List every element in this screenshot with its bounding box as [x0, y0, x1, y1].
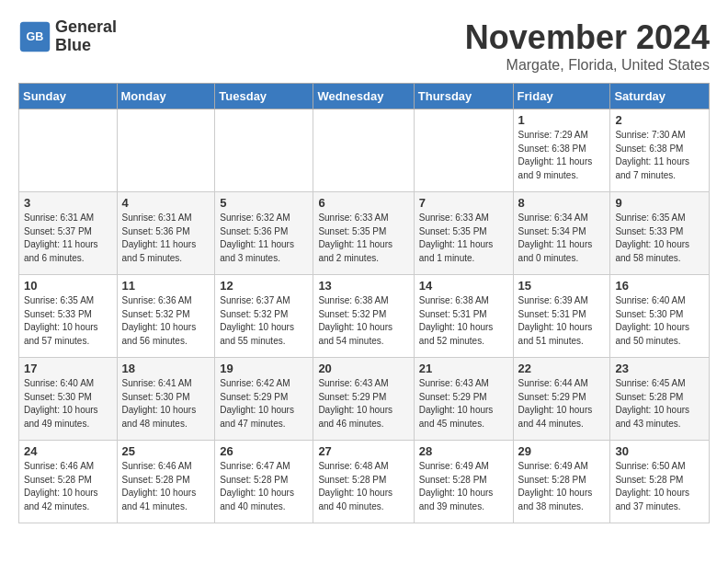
- calendar-day-cell: 29Sunrise: 6:49 AM Sunset: 5:28 PM Dayli…: [513, 441, 610, 523]
- day-number: 30: [615, 444, 704, 458]
- calendar-week-row: 24Sunrise: 6:46 AM Sunset: 5:28 PM Dayli…: [19, 441, 710, 523]
- calendar-day-cell: 23Sunrise: 6:45 AM Sunset: 5:28 PM Dayli…: [610, 358, 710, 441]
- day-info: Sunrise: 6:38 AM Sunset: 5:31 PM Dayligh…: [419, 294, 508, 348]
- calendar-day-cell: 30Sunrise: 6:50 AM Sunset: 5:28 PM Dayli…: [610, 441, 710, 523]
- day-info: Sunrise: 7:29 AM Sunset: 6:38 PM Dayligh…: [518, 129, 606, 182]
- logo: GB General Blue: [18, 18, 117, 55]
- day-info: Sunrise: 6:38 AM Sunset: 5:32 PM Dayligh…: [318, 294, 408, 348]
- day-info: Sunrise: 6:40 AM Sunset: 5:30 PM Dayligh…: [615, 294, 704, 348]
- day-number: 26: [220, 444, 308, 458]
- calendar-day-cell: 25Sunrise: 6:46 AM Sunset: 5:28 PM Dayli…: [117, 441, 215, 523]
- day-number: 25: [122, 444, 210, 458]
- calendar-week-row: 17Sunrise: 6:40 AM Sunset: 5:30 PM Dayli…: [19, 358, 710, 441]
- day-number: 29: [518, 444, 606, 458]
- day-info: Sunrise: 6:31 AM Sunset: 5:37 PM Dayligh…: [24, 212, 112, 265]
- calendar-day-cell: 3Sunrise: 6:31 AM Sunset: 5:37 PM Daylig…: [19, 192, 118, 275]
- calendar-day-cell: 8Sunrise: 6:34 AM Sunset: 5:34 PM Daylig…: [513, 192, 610, 275]
- day-number: 11: [122, 279, 210, 293]
- day-number: 13: [318, 279, 408, 293]
- day-info: Sunrise: 6:34 AM Sunset: 5:34 PM Dayligh…: [518, 212, 606, 265]
- day-info: Sunrise: 6:33 AM Sunset: 5:35 PM Dayligh…: [318, 212, 408, 265]
- calendar-day-cell: 13Sunrise: 6:38 AM Sunset: 5:32 PM Dayli…: [313, 275, 414, 358]
- day-info: Sunrise: 6:36 AM Sunset: 5:32 PM Dayligh…: [122, 294, 210, 348]
- calendar-day-cell: 4Sunrise: 6:31 AM Sunset: 5:36 PM Daylig…: [117, 192, 215, 275]
- calendar-day-cell: 15Sunrise: 6:39 AM Sunset: 5:31 PM Dayli…: [513, 275, 610, 358]
- calendar-day-cell: 20Sunrise: 6:43 AM Sunset: 5:29 PM Dayli…: [313, 358, 414, 441]
- calendar-week-row: 10Sunrise: 6:35 AM Sunset: 5:33 PM Dayli…: [19, 275, 710, 358]
- day-number: 6: [318, 196, 408, 210]
- header: GB General Blue November 2024 Margate, F…: [18, 18, 710, 74]
- day-info: Sunrise: 6:50 AM Sunset: 5:28 PM Dayligh…: [615, 460, 704, 513]
- calendar-header-row: SundayMondayTuesdayWednesdayThursdayFrid…: [19, 84, 710, 109]
- logo-icon: GB: [18, 20, 51, 53]
- day-number: 1: [518, 113, 606, 127]
- day-number: 28: [419, 444, 508, 458]
- day-number: 5: [220, 196, 308, 210]
- calendar-week-row: 1Sunrise: 7:29 AM Sunset: 6:38 PM Daylig…: [19, 109, 710, 192]
- day-number: 17: [24, 362, 112, 375]
- day-number: 22: [518, 362, 606, 375]
- calendar-header-cell: Thursday: [414, 84, 513, 109]
- day-info: Sunrise: 6:44 AM Sunset: 5:29 PM Dayligh…: [518, 377, 606, 431]
- month-title: November 2024: [465, 18, 710, 57]
- calendar-day-cell: 10Sunrise: 6:35 AM Sunset: 5:33 PM Dayli…: [19, 275, 118, 358]
- calendar-day-cell: 7Sunrise: 6:33 AM Sunset: 5:35 PM Daylig…: [414, 192, 513, 275]
- calendar-header-cell: Sunday: [19, 84, 118, 109]
- calendar-day-cell: 18Sunrise: 6:41 AM Sunset: 5:30 PM Dayli…: [117, 358, 215, 441]
- day-number: 7: [419, 196, 508, 210]
- day-info: Sunrise: 6:35 AM Sunset: 5:33 PM Dayligh…: [24, 294, 112, 348]
- calendar-day-cell: 27Sunrise: 6:48 AM Sunset: 5:28 PM Dayli…: [313, 441, 414, 523]
- day-number: 20: [318, 362, 408, 375]
- day-info: Sunrise: 6:49 AM Sunset: 5:28 PM Dayligh…: [419, 460, 508, 513]
- day-number: 21: [419, 362, 508, 375]
- day-info: Sunrise: 6:41 AM Sunset: 5:30 PM Dayligh…: [122, 377, 210, 431]
- day-number: 16: [615, 279, 704, 293]
- day-number: 8: [518, 196, 606, 210]
- day-number: 3: [24, 196, 112, 210]
- calendar-day-cell: 21Sunrise: 6:43 AM Sunset: 5:29 PM Dayli…: [414, 358, 513, 441]
- day-number: 19: [220, 362, 308, 375]
- calendar-day-cell: 9Sunrise: 6:35 AM Sunset: 5:33 PM Daylig…: [610, 192, 710, 275]
- svg-text:GB: GB: [27, 29, 44, 42]
- calendar-day-cell: 16Sunrise: 6:40 AM Sunset: 5:30 PM Dayli…: [610, 275, 710, 358]
- calendar-table: SundayMondayTuesdayWednesdayThursdayFrid…: [18, 83, 710, 523]
- calendar-week-row: 3Sunrise: 6:31 AM Sunset: 5:37 PM Daylig…: [19, 192, 710, 275]
- day-number: 2: [615, 113, 704, 127]
- day-info: Sunrise: 6:48 AM Sunset: 5:28 PM Dayligh…: [318, 460, 408, 513]
- calendar-header-cell: Tuesday: [215, 84, 313, 109]
- day-info: Sunrise: 6:32 AM Sunset: 5:36 PM Dayligh…: [220, 212, 308, 265]
- day-number: 15: [518, 279, 606, 293]
- day-info: Sunrise: 6:37 AM Sunset: 5:32 PM Dayligh…: [220, 294, 308, 348]
- calendar-day-cell: 5Sunrise: 6:32 AM Sunset: 5:36 PM Daylig…: [215, 192, 313, 275]
- day-info: Sunrise: 6:43 AM Sunset: 5:29 PM Dayligh…: [419, 377, 508, 431]
- calendar-day-cell: 11Sunrise: 6:36 AM Sunset: 5:32 PM Dayli…: [117, 275, 215, 358]
- calendar-day-cell: [117, 109, 215, 192]
- calendar-day-cell: 24Sunrise: 6:46 AM Sunset: 5:28 PM Dayli…: [19, 441, 118, 523]
- day-info: Sunrise: 7:30 AM Sunset: 6:38 PM Dayligh…: [615, 129, 704, 182]
- logo-line1: General: [55, 18, 117, 37]
- day-info: Sunrise: 6:46 AM Sunset: 5:28 PM Dayligh…: [24, 460, 112, 513]
- day-info: Sunrise: 6:43 AM Sunset: 5:29 PM Dayligh…: [318, 377, 408, 431]
- calendar-day-cell: [313, 109, 414, 192]
- calendar-day-cell: 12Sunrise: 6:37 AM Sunset: 5:32 PM Dayli…: [215, 275, 313, 358]
- day-number: 9: [615, 196, 704, 210]
- calendar-day-cell: 28Sunrise: 6:49 AM Sunset: 5:28 PM Dayli…: [414, 441, 513, 523]
- calendar-day-cell: 22Sunrise: 6:44 AM Sunset: 5:29 PM Dayli…: [513, 358, 610, 441]
- day-info: Sunrise: 6:42 AM Sunset: 5:29 PM Dayligh…: [220, 377, 308, 431]
- calendar-header-cell: Wednesday: [313, 84, 414, 109]
- day-number: 24: [24, 444, 112, 458]
- calendar-day-cell: [215, 109, 313, 192]
- calendar-day-cell: 26Sunrise: 6:47 AM Sunset: 5:28 PM Dayli…: [215, 441, 313, 523]
- day-info: Sunrise: 6:47 AM Sunset: 5:28 PM Dayligh…: [220, 460, 308, 513]
- calendar-body: 1Sunrise: 7:29 AM Sunset: 6:38 PM Daylig…: [19, 109, 710, 523]
- calendar-day-cell: 6Sunrise: 6:33 AM Sunset: 5:35 PM Daylig…: [313, 192, 414, 275]
- logo-line2: Blue: [55, 37, 117, 55]
- calendar-day-cell: 1Sunrise: 7:29 AM Sunset: 6:38 PM Daylig…: [513, 109, 610, 192]
- calendar-day-cell: 19Sunrise: 6:42 AM Sunset: 5:29 PM Dayli…: [215, 358, 313, 441]
- day-number: 23: [615, 362, 704, 375]
- day-number: 14: [419, 279, 508, 293]
- day-info: Sunrise: 6:33 AM Sunset: 5:35 PM Dayligh…: [419, 212, 508, 265]
- day-info: Sunrise: 6:49 AM Sunset: 5:28 PM Dayligh…: [518, 460, 606, 513]
- day-number: 27: [318, 444, 408, 458]
- day-info: Sunrise: 6:46 AM Sunset: 5:28 PM Dayligh…: [122, 460, 210, 513]
